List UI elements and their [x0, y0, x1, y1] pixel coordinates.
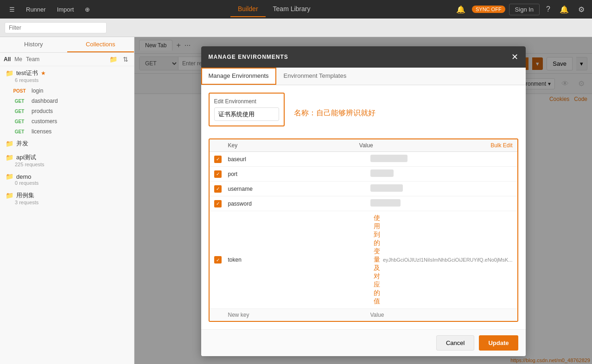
manage-environments-modal: MANAGE ENVIRONMENTS ✕ Manage Environment… [201, 46, 526, 356]
update-button[interactable]: Update [479, 335, 518, 351]
runner-button[interactable]: Runner [21, 4, 51, 15]
star-icon: ★ [41, 70, 46, 76]
sort-button[interactable]: ⇅ [121, 55, 130, 64]
method-badge-get: GET [11, 119, 28, 124]
bell-icon[interactable]: 🔔 [557, 3, 572, 16]
sidebar-tab-collections[interactable]: Collections [67, 37, 134, 52]
method-badge-get: GET [11, 109, 28, 114]
collection-name: api测试 [16, 153, 36, 162]
kv-value-token: 使用到的变量及对应的值 eyJhbGciOiJIUzI1NiIsImNhbGci… [364, 214, 513, 306]
notification-icon[interactable]: 🔔 [453, 3, 468, 16]
kv-key-username: username [228, 186, 370, 192]
help-icon[interactable]: ? [543, 3, 553, 15]
kv-value-port [370, 169, 513, 178]
collection-meta: 3 requests [15, 200, 128, 205]
folder-icon: 📁 [6, 192, 13, 199]
signin-button[interactable]: Sign In [509, 4, 540, 15]
tab-builder[interactable]: Builder [230, 1, 266, 17]
main-layout: History Collections All Me Team 📁 ⇅ 📁 te… [0, 37, 592, 364]
checkbox-baseurl[interactable]: ✓ [214, 156, 222, 163]
sub-toolbar [0, 19, 592, 37]
tab-team-library[interactable]: Team Library [266, 1, 318, 17]
new-tab-button[interactable]: ⊕ [80, 4, 95, 15]
new-key-input[interactable] [228, 312, 370, 318]
modal-overlay: MANAGE ENVIRONMENTS ✕ Manage Environment… [134, 37, 592, 364]
kv-key-baseurl: baseurl [228, 156, 370, 163]
method-badge-post: POST [11, 88, 28, 94]
kv-value-password [370, 199, 513, 208]
api-item[interactable]: GET products [0, 106, 134, 116]
api-name: dashboard [32, 98, 58, 104]
collection-item[interactable]: 📁 api测试 225 requests [0, 151, 134, 170]
api-name: login [32, 88, 43, 94]
blurred-value [370, 199, 401, 207]
blurred-value [370, 169, 394, 177]
modal-tab-manage[interactable]: Manage Environments [201, 68, 276, 85]
sidebar-tab-history[interactable]: History [0, 37, 67, 52]
collection-header: 📁 api测试 [6, 153, 128, 162]
api-item[interactable]: GET customers [0, 116, 134, 126]
modal-header: MANAGE ENVIRONMENTS ✕ [201, 46, 526, 68]
kv-key-password: password [228, 201, 370, 207]
api-name: customers [32, 118, 57, 125]
modal-title: MANAGE ENVIRONMENTS [209, 54, 288, 60]
collection-header: 📁 demo [6, 173, 128, 180]
api-name: products [32, 108, 53, 114]
collection-item[interactable]: 📁 demo 0 requests [0, 170, 134, 188]
token-value-text: eyJhbGciOiJIUzI1NiIsImNhbGciOiJERUYifQ.e… [383, 257, 513, 263]
content-area: New Tab + ··· GET POST PUT DELETE Params… [134, 37, 592, 364]
sidebar-toolbar: All Me Team 📁 ⇅ [0, 53, 134, 66]
collection-item[interactable]: 📁 test证书 ★ 6 requests [0, 66, 134, 86]
kv-new-row [210, 309, 517, 321]
filter-team[interactable]: Team [26, 56, 39, 63]
collection-item[interactable]: 📁 用例集 3 requests [0, 188, 134, 208]
modal-close-button[interactable]: ✕ [511, 52, 518, 62]
modal-footer: Cancel Update [201, 329, 526, 356]
sidebar-tabs: History Collections [0, 37, 134, 53]
collection-meta: 0 requests [15, 180, 128, 186]
nav-center: Builder Team Library [96, 1, 452, 17]
folder-icon: 📁 [6, 154, 13, 161]
new-value-input[interactable] [370, 312, 513, 318]
kv-row-baseurl: ✓ baseurl [210, 152, 517, 167]
collection-item[interactable]: 📁 并发 [0, 137, 134, 151]
edit-env-row: Edit Environment 名称：自己能够辨识就好 [209, 93, 518, 134]
filter-input[interactable] [5, 22, 107, 33]
collection-meta: 225 requests [15, 162, 128, 167]
collection-meta: 6 requests [15, 77, 128, 83]
settings-icon[interactable]: ⚙ [575, 3, 587, 16]
edit-env-label: Edit Environment [214, 98, 279, 105]
bulk-edit-button[interactable]: Bulk Edit [490, 142, 512, 149]
api-name: licenses [32, 128, 51, 135]
edit-env-section: Edit Environment [209, 93, 285, 126]
checkbox-token[interactable]: ✓ [214, 256, 222, 264]
modal-body: Edit Environment 名称：自己能够辨识就好 Key [201, 85, 526, 329]
folder-icon: 📁 [6, 69, 13, 77]
checkbox-username[interactable]: ✓ [214, 185, 222, 193]
env-name-input[interactable] [214, 107, 279, 121]
sidebar-toggle-button[interactable]: ☰ [5, 4, 19, 15]
kv-section: Key Value Bulk Edit ✓ baseurl [209, 138, 518, 322]
api-item[interactable]: GET licenses [0, 126, 134, 137]
cancel-button[interactable]: Cancel [436, 335, 474, 351]
kv-row-username: ✓ username [210, 182, 517, 196]
blurred-value [370, 184, 403, 192]
modal-tab-templates[interactable]: Environment Templates [276, 68, 354, 85]
api-item[interactable]: GET dashboard [0, 96, 134, 106]
collection-header: 📁 并发 [6, 139, 128, 148]
import-button[interactable]: Import [52, 4, 79, 15]
filter-me[interactable]: Me [14, 56, 22, 63]
new-collection-button[interactable]: 📁 [108, 55, 119, 64]
sidebar: History Collections All Me Team 📁 ⇅ 📁 te… [0, 37, 134, 364]
collection-name: 用例集 [16, 191, 34, 200]
annotation-vars-label: 使用到的变量及对应的值 [374, 214, 380, 306]
filter-all[interactable]: All [4, 56, 11, 63]
kv-table-header: Key Value Bulk Edit [210, 139, 517, 152]
annotation-name-label: 名称：自己能够辨识就好 [294, 108, 376, 118]
api-item[interactable]: POST login [0, 86, 134, 96]
checkbox-port[interactable]: ✓ [214, 170, 222, 178]
modal-tabs: Manage Environments Environment Template… [201, 68, 526, 85]
collection-header: 📁 用例集 [6, 191, 128, 200]
checkbox-password[interactable]: ✓ [214, 200, 222, 207]
kv-row-port: ✓ port [210, 167, 517, 182]
